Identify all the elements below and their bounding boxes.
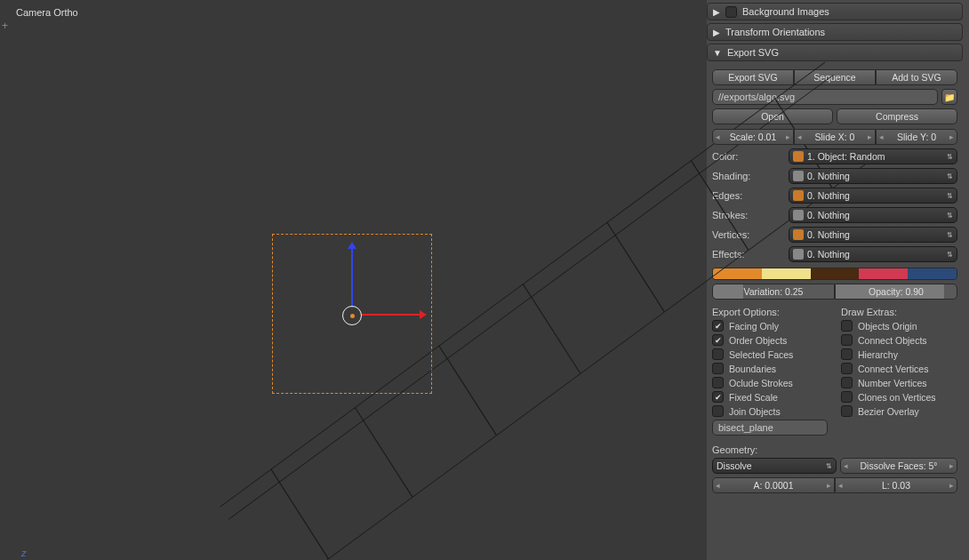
- chevron-left-icon[interactable]: ◂: [716, 481, 720, 490]
- option-clones-on-vertices[interactable]: Clones on Vertices: [841, 391, 957, 403]
- l-value-input[interactable]: ◂L: 0.03▸: [835, 477, 957, 493]
- option-number-vertices[interactable]: Number Vertices: [841, 377, 957, 388]
- viewport-expand-icon[interactable]: +: [2, 20, 8, 32]
- edges-dropdown[interactable]: 0. Nothing⇅: [789, 188, 957, 204]
- panel-label: Transform Orientations: [725, 27, 825, 37]
- a-value-input[interactable]: ◂A: 0.0001▸: [712, 477, 835, 493]
- edges-label: Edges:: [712, 190, 783, 201]
- export-path-input[interactable]: //exports/algo.svg: [712, 89, 938, 105]
- option-connect-vertices[interactable]: Connect Vertices: [841, 363, 957, 374]
- slide-y-input[interactable]: ◂Slide Y: 0▸: [876, 129, 957, 145]
- color-swatches[interactable]: [712, 268, 957, 280]
- chevron-left-icon[interactable]: ◂: [838, 481, 843, 490]
- checkbox[interactable]: [712, 348, 724, 360]
- vertices-dropdown[interactable]: 0. Nothing⇅: [789, 227, 957, 243]
- option-label: Facing Only: [729, 321, 779, 332]
- updown-icon: ⇅: [947, 172, 953, 180]
- chevron-left-icon[interactable]: ◂: [716, 132, 720, 141]
- checkbox[interactable]: [841, 363, 853, 374]
- panel-label: Export SVG: [727, 47, 779, 58]
- variation-slider[interactable]: Variation: 0.25: [712, 284, 835, 300]
- add-to-svg-button[interactable]: Add to SVG: [876, 69, 957, 85]
- export-svg-button[interactable]: Export SVG: [712, 69, 794, 85]
- panel-transform-orientations[interactable]: ▶ Transform Orientations: [707, 23, 963, 41]
- option-label: Fixed Scale: [729, 392, 778, 403]
- option-selected-faces[interactable]: Selected Faces: [712, 348, 829, 360]
- chevron-right-icon[interactable]: ▸: [827, 481, 831, 490]
- cube-icon: [793, 249, 804, 260]
- viewport-3d[interactable]: Camera Ortho + z: [0, 0, 707, 560]
- option-label: Clones on Vertices: [858, 392, 936, 403]
- checkbox[interactable]: [841, 377, 853, 388]
- option-join-objects[interactable]: Join Objects: [712, 405, 829, 417]
- color-dropdown[interactable]: 1. Object: Random⇅: [789, 148, 957, 164]
- option-connect-objects[interactable]: Connect Objects: [841, 334, 957, 346]
- option-label: Connect Objects: [858, 335, 927, 346]
- effects-dropdown[interactable]: 0. Nothing⇅: [789, 246, 957, 262]
- swatch-5[interactable]: [908, 268, 957, 279]
- checkbox[interactable]: [712, 377, 724, 388]
- option-facing-only[interactable]: Facing Only: [712, 320, 829, 332]
- chevron-right-icon[interactable]: ▸: [949, 481, 954, 490]
- draw-extras-col: Draw Extras: Objects OriginConnect Objec…: [841, 307, 957, 436]
- swatch-2[interactable]: [762, 268, 811, 279]
- bg-images-checkbox[interactable]: [725, 6, 737, 18]
- updown-icon: ⇅: [947, 212, 953, 220]
- option-oclude-strokes[interactable]: Oclude Strokes: [712, 377, 829, 388]
- swatch-4[interactable]: [859, 268, 908, 279]
- chevron-right-icon[interactable]: ▸: [949, 132, 954, 141]
- open-button[interactable]: Open: [712, 108, 833, 124]
- option-fixed-scale[interactable]: Fixed Scale: [712, 391, 829, 403]
- dissolve-dropdown[interactable]: Dissolve⇅: [712, 458, 837, 474]
- chevron-left-icon[interactable]: ◂: [879, 132, 884, 141]
- gizmo-y-axis[interactable]: [351, 247, 353, 308]
- option-label: Number Vertices: [858, 378, 927, 388]
- sequence-button[interactable]: Sequence: [794, 69, 876, 85]
- scale-input[interactable]: ◂Scale: 0.01▸: [712, 129, 794, 145]
- chevron-down-icon: ▼: [713, 48, 722, 58]
- slide-x-input[interactable]: ◂Slide X: 0▸: [794, 129, 876, 145]
- checkbox[interactable]: [712, 405, 724, 417]
- shading-dropdown[interactable]: 0. Nothing⇅: [789, 168, 957, 184]
- checkbox[interactable]: [841, 405, 853, 417]
- panel-background-images[interactable]: ▶ Background Images: [707, 3, 963, 20]
- checkbox[interactable]: [712, 334, 724, 346]
- checkbox[interactable]: [712, 320, 724, 332]
- gizmo-origin[interactable]: [342, 306, 362, 325]
- option-hierarchy[interactable]: Hierarchy: [841, 348, 957, 360]
- gizmo-x-axis[interactable]: [361, 314, 421, 316]
- panel-label: Background Images: [742, 6, 829, 17]
- checkbox[interactable]: [712, 391, 724, 403]
- strokes-label: Strokes:: [712, 210, 783, 220]
- chevron-right-icon[interactable]: ▸: [786, 132, 790, 141]
- opacity-slider[interactable]: Opacity: 0.90: [835, 284, 957, 300]
- file-browser-button[interactable]: 📁: [941, 89, 957, 105]
- option-order-objects[interactable]: Order Objects: [712, 334, 829, 346]
- cube-icon: [793, 229, 804, 240]
- panel-export-svg-body: Export SVG Sequence Add to SVG //exports…: [707, 61, 963, 499]
- strokes-dropdown[interactable]: 0. Nothing⇅: [789, 207, 957, 223]
- chevron-right-icon[interactable]: ▸: [949, 461, 954, 470]
- updown-icon: ⇅: [826, 462, 832, 470]
- chevron-left-icon[interactable]: ◂: [797, 132, 802, 141]
- dissolve-faces-input[interactable]: ◂Dissolve Faces: 5°▸: [840, 458, 957, 474]
- swatch-1[interactable]: [713, 268, 762, 279]
- checkbox[interactable]: [841, 391, 853, 403]
- option-boundaries[interactable]: Boundaries: [712, 363, 829, 374]
- properties-panel: ▶ Background Images ▶ Transform Orientat…: [707, 0, 969, 560]
- bisect-plane-input[interactable]: bisect_plane: [712, 420, 828, 436]
- panel-export-svg-header[interactable]: ▼ Export SVG: [707, 44, 963, 61]
- checkbox[interactable]: [841, 320, 853, 332]
- checkbox[interactable]: [841, 334, 853, 346]
- checkbox[interactable]: [712, 363, 724, 374]
- chevron-right-icon: ▶: [713, 28, 720, 37]
- option-label: Oclude Strokes: [729, 378, 793, 388]
- checkbox[interactable]: [841, 348, 853, 360]
- option-objects-origin[interactable]: Objects Origin: [841, 320, 957, 332]
- vertices-label: Vertices:: [712, 229, 783, 240]
- chevron-right-icon[interactable]: ▸: [868, 132, 872, 141]
- compress-button[interactable]: Compress: [837, 108, 957, 124]
- chevron-left-icon[interactable]: ◂: [844, 461, 848, 470]
- swatch-3[interactable]: [811, 268, 860, 279]
- option-bezier-overlay[interactable]: Bezier Overlay: [841, 405, 957, 417]
